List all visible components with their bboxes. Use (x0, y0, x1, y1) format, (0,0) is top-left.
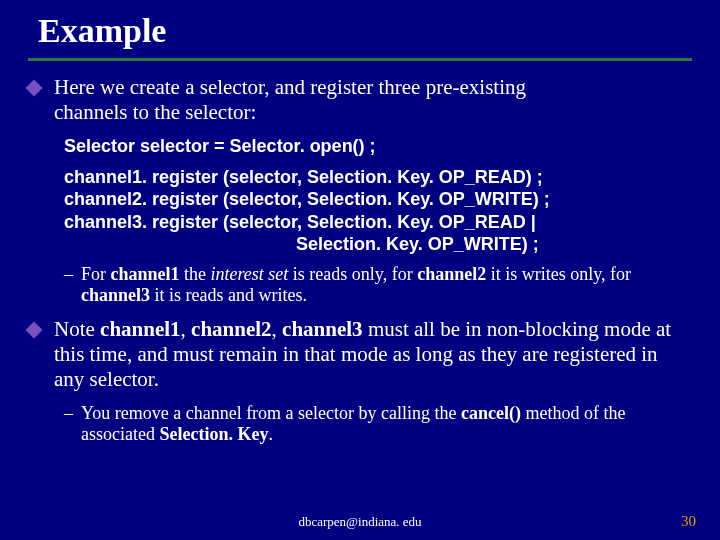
bullet-1-line-b: channels to the selector: (54, 100, 256, 124)
bullet-2: Note channel1, channel2, channel3 must a… (28, 317, 692, 393)
sub-bullet-1: – For channel1 the interest set is reads… (64, 264, 692, 307)
diamond-bullet-icon (26, 80, 43, 97)
bold-cancel: cancel() (461, 403, 521, 423)
txt: , (272, 317, 283, 341)
italic-interest-set: interest set (211, 264, 289, 284)
bold-channel2: channel2 (191, 317, 272, 341)
txt: For (81, 264, 111, 284)
bullet-1: Here we create a selector, and register … (28, 75, 692, 125)
bold-channel1: channel1 (111, 264, 180, 284)
sub-bullet-1-text: For channel1 the interest set is reads o… (81, 264, 692, 307)
txt: it is reads and writes. (150, 285, 307, 305)
txt: . (268, 424, 273, 444)
bullet-2-text: Note channel1, channel2, channel3 must a… (54, 317, 692, 393)
page-number: 30 (681, 513, 696, 530)
title-divider (28, 58, 692, 61)
sub-bullet-2-text: You remove a channel from a selector by … (81, 403, 692, 446)
code-line-ch1: channel1. register (selector, Selection.… (64, 167, 543, 187)
txt: the (180, 264, 211, 284)
code-line-ch2: channel2. register (selector, Selection.… (64, 189, 550, 209)
code-line-ch3b: Selection. Key. OP_WRITE) ; (64, 233, 692, 256)
txt: it is writes only, for (486, 264, 631, 284)
bullet-1-line-a: Here we create a selector, and register … (54, 75, 526, 99)
code-line-open: Selector selector = Selector. open() ; (64, 136, 376, 156)
diamond-bullet-icon (26, 322, 43, 339)
txt: Note (54, 317, 100, 341)
bold-channel3: channel3 (282, 317, 363, 341)
txt: You remove a channel from a selector by … (81, 403, 461, 423)
bold-channel3: channel3 (81, 285, 150, 305)
dash-icon: – (64, 264, 73, 286)
dash-icon: – (64, 403, 73, 425)
slide-title: Example (38, 12, 692, 50)
footer-email: dbcarpen@indiana. edu (0, 514, 720, 530)
code-block-2: channel1. register (selector, Selection.… (64, 166, 692, 256)
bullet-1-text: Here we create a selector, and register … (54, 75, 526, 125)
bold-channel1: channel1 (100, 317, 181, 341)
bold-selection-key: Selection. Key (159, 424, 268, 444)
txt: is reads only, for (288, 264, 417, 284)
bold-channel2: channel2 (417, 264, 486, 284)
code-block-1: Selector selector = Selector. open() ; (64, 135, 692, 158)
sub-bullet-2: – You remove a channel from a selector b… (64, 403, 692, 446)
txt: , (181, 317, 192, 341)
code-line-ch3a: channel3. register (selector, Selection.… (64, 212, 536, 232)
